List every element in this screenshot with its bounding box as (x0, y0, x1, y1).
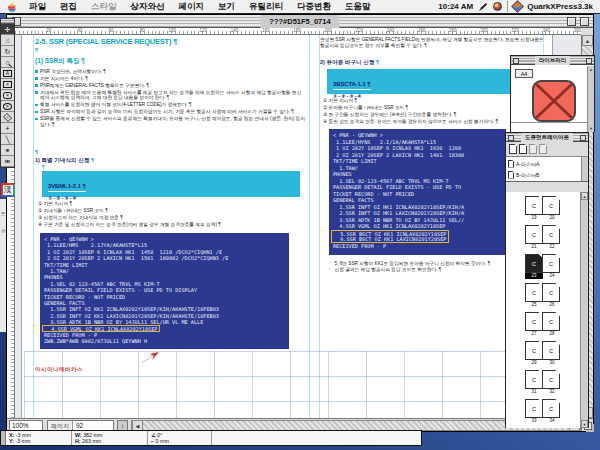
menu-item-box[interactable]: 상자와선 (124, 1, 172, 13)
ime-pen-icon[interactable] (478, 0, 488, 16)
result-note-line: ☞ 신청 결과는 해당 항공사의 응답 코드로 확인한다. ¶ (329, 267, 490, 273)
ruler-label: 20 (21, 28, 52, 34)
window-titlebar[interactable]: ???#D51F5_0714 (7, 15, 593, 28)
bullet-item: PNR 작성단위, 선택사항이다. ¶ (35, 69, 307, 74)
page-icon-right[interactable]: C (542, 283, 560, 302)
menu-clock: 10:24 AM (438, 2, 473, 11)
page-field-value[interactable]: 92 (73, 421, 113, 430)
page-icon-left[interactable]: C (525, 283, 543, 302)
note-line: ③ 전 구간을 신청하는 경우에는 (※혹은) 구간번호를 생략한다. ¶ (323, 111, 498, 118)
blank-single-page-icon[interactable] (509, 144, 517, 154)
window-collapse-box[interactable] (580, 17, 589, 26)
master-list-scrollbar[interactable] (581, 157, 588, 181)
menu-page[interactable]: 페이지 (172, 1, 212, 13)
page-spread[interactable]: CC 2122 (525, 225, 561, 250)
orthogonal-line-tool[interactable]: + (1, 123, 14, 134)
library-item-thumbnail[interactable] (532, 80, 576, 122)
page-icon-left[interactable]: C (525, 225, 543, 244)
menu-help[interactable]: 도움말 (338, 1, 378, 13)
document-page[interactable]: 2-5. SSR (SPECIAL SERVICE REQUEST) ¶ ¶ (… (21, 35, 553, 418)
menu-file[interactable]: 파일 (22, 1, 53, 13)
library-titlebar[interactable]: 라이브러리 (511, 56, 594, 65)
menu-edit[interactable]: 편집 (53, 1, 84, 13)
view-zoom-field[interactable]: 100% (9, 420, 43, 431)
measurements-palette: X: -3 mm Y: -3 mm W: 382 mm H: 263 mm ∠ … (0, 430, 422, 446)
horizontal-ruler: 2040608010012014016018020022024026028030… (15, 28, 581, 35)
ruler-label: 340 (520, 28, 551, 34)
zoom-tool[interactable]: ○ (1, 57, 14, 68)
paragraph-mark: ¶ (35, 47, 38, 53)
scroll-down-arrow[interactable]: ▼ (581, 420, 588, 428)
page-number-field[interactable]: 페이지 92 (47, 420, 114, 431)
page-spread[interactable]: CC 2526 (525, 283, 561, 308)
page-number-left: 29 (525, 360, 543, 366)
scroll-left-arrow[interactable]: ◀ (132, 421, 143, 430)
scroll-up-arrow[interactable]: ▲ (581, 192, 588, 200)
rect-picture-box-tool[interactable]: × (1, 79, 14, 90)
page-icon-right[interactable]: C (542, 254, 560, 273)
page-number-right: 34 (543, 418, 561, 424)
layout-titlebar[interactable]: 도큐먼트레이아웃 (506, 133, 588, 142)
blank-facing-page-icon[interactable] (519, 144, 527, 154)
page-icon-right[interactable]: C (542, 312, 560, 331)
page-icon-right[interactable]: C (542, 399, 560, 418)
page-icon-right[interactable]: C (542, 196, 560, 215)
page-spread[interactable]: CC 2324 (525, 254, 561, 279)
library-label-tab[interactable]: A4 (515, 69, 533, 78)
ruler-label: 360 (551, 28, 581, 34)
page-spread[interactable]: CC 3334 (525, 399, 561, 424)
height-field[interactable]: H: 263 mm (75, 438, 144, 444)
page-icon-right[interactable]: C (542, 225, 560, 244)
corner-radius-field[interactable]: ⌐ 0 mm (151, 438, 208, 444)
section-heading: (1) SSR의 특징 ¶ (35, 57, 85, 66)
y-position-field[interactable]: Y: -3 mm (9, 438, 68, 444)
palette-zoom-box[interactable] (586, 58, 592, 64)
pasteboard: 2-5. SSR (SPECIAL SERVICE REQUEST) ¶ ¶ (… (15, 35, 581, 418)
scroll-up-arrow[interactable]: ▲ (582, 35, 593, 46)
page-spread[interactable]: CC 2930 (525, 341, 561, 366)
library-scrollbar[interactable]: ▲▼ (587, 66, 594, 132)
active-app-name[interactable]: QuarkXPress3.3k (527, 2, 593, 11)
master-page-item[interactable]: B-마스터B (508, 169, 580, 180)
ime-hanja-indicator[interactable]: 漢 (1, 183, 15, 197)
page-icon-left[interactable]: C (525, 312, 543, 331)
menu-view[interactable]: 보기 (211, 1, 242, 13)
page-spread[interactable]: CC 2728 (525, 312, 561, 337)
page-icon-left[interactable]: C (525, 370, 543, 389)
menu-xtension[interactable]: 다중변환 (290, 1, 338, 13)
window-zoom-box[interactable] (567, 17, 576, 26)
ruler-label: 320 (489, 28, 520, 34)
menu-utilities[interactable]: 유틸리티 (242, 1, 290, 13)
ruler-label: 220 (333, 28, 364, 34)
page-icon-left[interactable]: C (525, 341, 543, 360)
page-icon-left[interactable]: C (525, 399, 543, 418)
unlink-tool[interactable]: ⚮ (1, 156, 14, 167)
text-box-tool[interactable]: A (1, 68, 14, 79)
page-icon-right[interactable]: C (542, 341, 560, 360)
oval-picture-box-tool[interactable]: × (1, 101, 14, 112)
palette-close-box[interactable] (513, 58, 519, 64)
ruler-label: 100 (146, 28, 177, 34)
page-number-right: 30 (543, 360, 561, 366)
page-icon-left[interactable]: C (525, 254, 543, 273)
rounded-picture-box-tool[interactable]: × (1, 90, 14, 101)
page-popup-button[interactable]: ↕ (117, 420, 128, 431)
rotation-tool[interactable]: ↻ (1, 46, 14, 57)
layout-scrollbar[interactable]: ▲ ▼ (580, 192, 588, 428)
polygon-picture-box-tool[interactable]: × (1, 112, 14, 123)
palette-close-box[interactable] (508, 135, 514, 141)
page-icon-left[interactable]: C (525, 196, 543, 215)
page-spread[interactable]: CC 3132 (525, 370, 561, 395)
menu-style[interactable]: 스타일 (84, 1, 124, 13)
master-page-item[interactable]: A-마스터A (508, 158, 580, 169)
application-switcher-icon[interactable] (493, 2, 502, 11)
page-spread[interactable]: CC 1920 (525, 196, 561, 221)
apple-menu-icon[interactable] (7, 1, 16, 12)
line-tool[interactable]: ╲ (1, 134, 14, 145)
terminal-line: ZWB.ZWB*AWB 0902/07JUL11 QEYWNH H (44, 338, 285, 344)
page-icon-right[interactable]: C (542, 370, 560, 389)
link-tool[interactable]: ⚭ (1, 145, 14, 156)
palette-zoom-box[interactable] (580, 135, 586, 141)
content-tool[interactable]: ☝ (1, 35, 14, 46)
item-tool[interactable]: ✛ (1, 24, 14, 35)
